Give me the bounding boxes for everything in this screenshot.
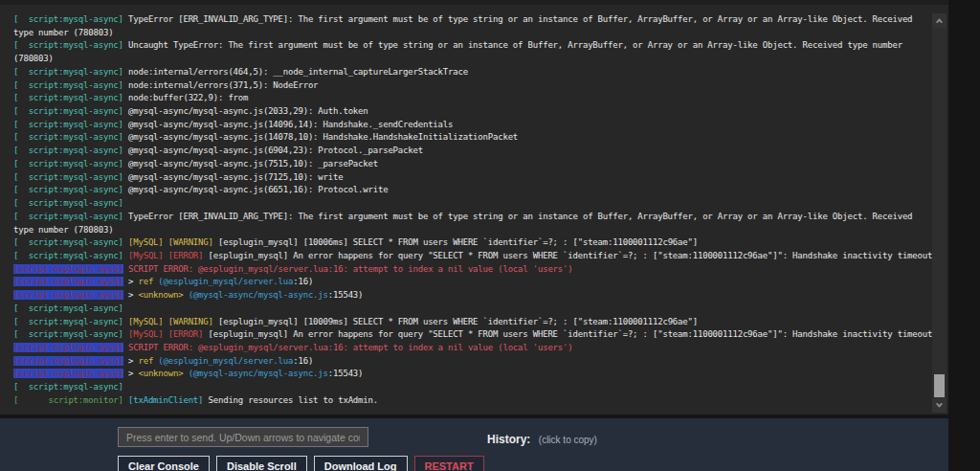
chevron-down-icon — [936, 401, 943, 408]
history-hint: (click to copy) — [539, 435, 597, 445]
command-input[interactable] — [118, 427, 368, 447]
scroll-down-button[interactable] — [932, 398, 947, 413]
scroll-up-button[interactable] — [932, 13, 947, 28]
console-log-line: [script:esplugin_mysq] SCRIPT ERROR: @es… — [13, 263, 930, 277]
console-log-line: [ script:mysql-async] node:buffer(322,9)… — [13, 92, 930, 105]
console-scrollbar[interactable] — [932, 13, 947, 413]
console-output: [ script:mysql-async] TypeError [ERR_INV… — [13, 13, 930, 408]
restart-button[interactable]: RESTART — [414, 456, 484, 471]
console-log-line: [ script:mysql-async] @mysql-async/mysql… — [13, 171, 930, 185]
console-log-line: [script:esplugin_mysq] SCRIPT ERROR: @es… — [13, 342, 930, 355]
console-log-line: [ script:mysql-async] — [13, 303, 930, 316]
console-log-line: [ script:mysql-async] @mysql-async/mysql… — [13, 119, 930, 132]
console-log-line: [ script:mysql-async] TypeError [ERR_INV… — [13, 13, 930, 27]
console-log-line: [ script:mysql-async] node:internal/erro… — [13, 66, 930, 79]
console-actions: Clear Console Disable Scroll Download Lo… — [118, 456, 484, 471]
console-log-line: [ script:mysql-async] Uncaught TypeError… — [13, 39, 930, 53]
console-log-line: [ script:mysql-async] [MySQL] [WARNING] … — [13, 236, 930, 250]
console-log-line: [script:esplugin_mysq] > ref (@esplugin_… — [13, 276, 930, 289]
download-log-button[interactable]: Download Log — [314, 456, 408, 471]
history-label: History: — [487, 433, 530, 446]
console-log-line: [ script:mysql-async] @mysql-async/mysql… — [13, 184, 930, 197]
console-log-line: [ script:mysql-async] [MySQL] [ERROR] [e… — [13, 328, 930, 342]
console-log-line: [script:esplugin_mysq] > ref (@esplugin_… — [13, 355, 930, 369]
console-log-line: [ script:mysql-async] [MySQL] [ERROR] [e… — [13, 250, 930, 263]
chevron-up-icon — [936, 18, 943, 25]
console-log-line: [ script:mysql-async] node:internal/erro… — [13, 79, 930, 93]
console-log-line: [ script:mysql-async] @mysql-async/mysql… — [13, 105, 930, 119]
console-log-line: [ script:mysql-async] [MySQL] [WARNING] … — [13, 316, 930, 329]
console-footer: History: (click to copy) Clear Console D… — [0, 418, 948, 471]
scrollbar-thumb[interactable] — [934, 374, 945, 397]
history-section[interactable]: History: (click to copy) — [487, 430, 597, 447]
console-log-line: [ script:mysql-async] @mysql-async/mysql… — [13, 145, 930, 158]
console-log-line: [script:esplugin_mysq] > <unknown> (@mys… — [13, 289, 930, 303]
console-log-line: type number (780803) — [13, 224, 930, 237]
console-log-line: [script:esplugin_mysq] > <unknown> (@mys… — [13, 368, 930, 381]
console-log-line: [ script:mysql-async] @mysql-async/mysql… — [13, 131, 930, 145]
clear-console-button[interactable]: Clear Console — [118, 456, 210, 471]
console-log-line: [ script:mysql-async] TypeError [ERR_INV… — [13, 211, 930, 224]
console-log-line: [ script:mysql-async] — [13, 381, 930, 394]
live-console-panel: [ script:mysql-async] TypeError [ERR_INV… — [0, 0, 948, 415]
disable-scroll-button[interactable]: Disable Scroll — [216, 456, 307, 471]
console-log-line: type number (780803) — [13, 27, 930, 40]
console-log-line: [ script:monitor] [txAdminClient] Sendin… — [13, 394, 930, 408]
console-log-line: [ script:mysql-async] — [13, 197, 930, 211]
console-log-line: [ script:mysql-async] @mysql-async/mysql… — [13, 158, 930, 171]
console-log-line: (780803) — [13, 53, 930, 66]
